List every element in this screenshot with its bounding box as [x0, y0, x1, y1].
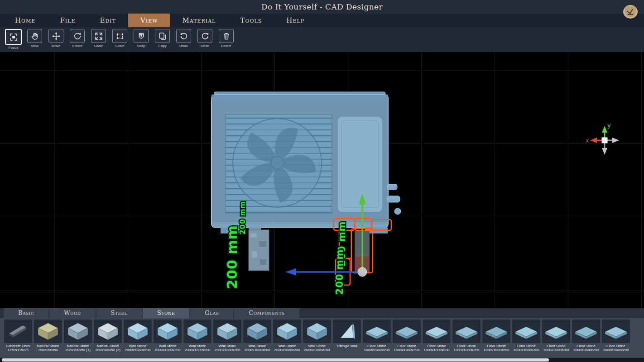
view-pan-button[interactable]: View: [24, 29, 45, 50]
library-item-name: Wall Stone: [308, 344, 326, 348]
library-tab[interactable]: Basic: [4, 308, 48, 318]
horizontal-scrollbar[interactable]: [0, 358, 644, 362]
library-item-name: Natural Stone: [67, 344, 89, 348]
library-item-thumbnail: [64, 319, 92, 343]
library-item[interactable]: Wall Stone 2000x1000x200: [153, 319, 182, 358]
library-item[interactable]: Natural Stone 200x100x50: [34, 319, 62, 358]
delete-button[interactable]: Delete: [216, 29, 237, 50]
library-item[interactable]: Floor Stone 1000x1000x200: [362, 319, 391, 358]
move-button[interactable]: Move: [45, 29, 67, 50]
menu-item[interactable]: Home: [3, 14, 48, 27]
library-item[interactable]: Wall Stone 2000x1000x200: [303, 319, 332, 358]
menu-item[interactable]: Edit: [88, 14, 128, 27]
copy-icon: [158, 32, 167, 41]
library-item-name: Floor Stone: [547, 344, 565, 348]
axis-x-arrow[interactable]: [590, 138, 597, 143]
library-item-thumbnail: [423, 319, 451, 343]
library-item[interactable]: Floor Stone 1000x1000x200: [542, 319, 571, 358]
library-item-thumbnail: [393, 319, 421, 343]
axis-y-arrow[interactable]: [602, 126, 607, 133]
library-item-name: Wall Stone: [159, 344, 176, 348]
menu-item[interactable]: File: [48, 14, 87, 27]
library-item-thumbnail: [243, 319, 271, 343]
library-item[interactable]: Wall Stone 2000x1000x200: [213, 319, 242, 358]
scale-rect-button[interactable]: Scale: [109, 29, 130, 50]
library-item-size: 2000x1000x200: [304, 348, 330, 352]
library-item-thumbnail: [542, 319, 570, 343]
copy-button[interactable]: Copy: [152, 29, 173, 50]
library-item-thumbnail: [4, 319, 32, 343]
library-item[interactable]: Floor Stone 1000x1000x200: [572, 319, 601, 358]
trash-icon: [222, 32, 231, 41]
axis-y-label: y: [607, 122, 611, 129]
library-tab[interactable]: Wood: [49, 308, 95, 318]
library-item[interactable]: Wall Stone 2000x1000x200: [183, 319, 212, 358]
library-item-thumbnail: [363, 319, 391, 343]
gizmo-origin-handle[interactable]: [358, 267, 367, 276]
menu-bar: Home File Edit View Material Tools Hel: [0, 14, 644, 27]
library-tabs: Basic Wood Steel Stone Glas Components: [0, 308, 644, 318]
viewport-3d[interactable]: 200 mm 200 mm 200 mm 200 mm: [0, 52, 644, 308]
library-item[interactable]: Floor Stone 1000x1000x200: [601, 319, 630, 358]
menu-item[interactable]: Material: [170, 14, 228, 27]
library-item-size: 1000x1000x200: [454, 348, 480, 352]
library-item[interactable]: Natural Stone 200x100x50 (1): [63, 319, 92, 358]
axis-gizmo-cube[interactable]: [602, 138, 607, 143]
toolbar: Focus View Move Rotate Scale Scale: [0, 27, 644, 52]
snap-button[interactable]: Snap: [130, 29, 152, 50]
gizmo-x-arrowhead[interactable]: [285, 268, 296, 276]
window-title: Do It Yourself - CAD Designer: [261, 2, 383, 11]
scrollbar-thumb[interactable]: [2, 358, 549, 362]
stone-block-model[interactable]: [249, 230, 269, 271]
library-item-name: Floor Stone: [457, 344, 476, 348]
axis-down-arrow[interactable]: [602, 148, 607, 155]
library-tab[interactable]: Steel: [96, 308, 142, 318]
scale-arrows-icon: [94, 32, 103, 41]
scale-free-button[interactable]: Scale: [88, 29, 109, 50]
axis-orientation-gizmo[interactable]: y x: [586, 122, 619, 155]
library-item-thumbnail: [34, 319, 62, 343]
library-item[interactable]: Wall Stone 2000x1000x200: [123, 319, 152, 358]
dimension-label-left: 200 mm: [224, 225, 240, 289]
library-item[interactable]: Concrete Lintel 1250x115x71: [4, 319, 33, 358]
library-item-thumbnail: [512, 319, 540, 343]
library-item-thumbnail: [303, 319, 331, 343]
library-item-name: Wall Stone: [219, 344, 236, 348]
undo-icon: [179, 32, 188, 41]
menu-item[interactable]: View: [128, 14, 170, 27]
library-item-size: 200x100x50 (2): [95, 348, 120, 352]
redo-button[interactable]: Redo: [194, 29, 216, 50]
library-item-size: 2000x1000x200: [155, 348, 181, 352]
library-item[interactable]: Natural Stone 200x100x50 (2): [93, 319, 122, 358]
library-item-size: 1000x1000x200: [543, 348, 569, 352]
library-item[interactable]: Wall Stone 2000x1000x200: [273, 319, 302, 358]
focus-button[interactable]: Focus: [3, 29, 24, 50]
library-item-size: 1000x1000x200: [573, 348, 599, 352]
library-tab[interactable]: Components: [234, 308, 299, 318]
library-item[interactable]: Floor Stone 1000x1000x200: [452, 319, 481, 358]
library-item[interactable]: Floor Stone 1000x1000x200: [392, 319, 421, 358]
library-item[interactable]: Floor Stone 1000x1000x200: [482, 319, 511, 358]
library-item[interactable]: Floor Stone 1000x1000x200: [422, 319, 451, 358]
redo-icon: [201, 32, 210, 41]
library-tab[interactable]: Glas: [190, 308, 233, 318]
title-bar: Do It Yourself - CAD Designer: [0, 0, 644, 14]
library-item-thumbnail: [154, 319, 182, 343]
undo-button[interactable]: Undo: [173, 29, 194, 50]
library-item-thumbnail: [452, 319, 481, 343]
library-item-size: 1250x115x71: [7, 348, 29, 352]
library-item[interactable]: Wall Stone 2000x1000x200: [243, 319, 272, 358]
library-item-size: 1000x1000x200: [603, 348, 629, 352]
library-item-thumbnail: [482, 319, 510, 343]
rotate-button[interactable]: Rotate: [67, 29, 88, 50]
library-item-thumbnail: [602, 319, 630, 343]
library-item-size: 2000x1000x200: [125, 348, 151, 352]
library-tab[interactable]: Stone: [143, 308, 189, 318]
library-item[interactable]: Floor Stone 1000x1000x200: [512, 319, 541, 358]
library-item-size: 1000x1000x200: [424, 348, 450, 352]
focus-icon: [9, 33, 18, 42]
menu-item[interactable]: Help: [274, 14, 317, 27]
library-item[interactable]: Triangle Wall: [332, 319, 361, 358]
axis-z-arrow[interactable]: [612, 138, 619, 143]
menu-item[interactable]: Tools: [228, 14, 274, 27]
